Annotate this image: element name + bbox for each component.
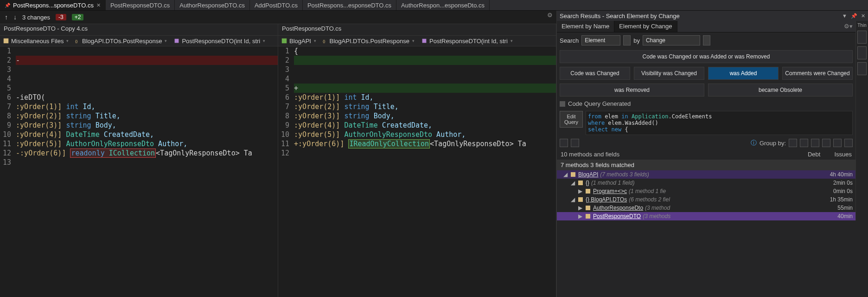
close-icon[interactable]: ✕ — [861, 13, 865, 19]
tree-row[interactable]: ▶Program+<>c (1 method 1 fie0min 0s — [557, 187, 855, 195]
crumb-project[interactable]: Miscellaneous Files▾ — [0, 38, 72, 45]
search-color[interactable] — [623, 35, 631, 45]
svg-rect-6 — [571, 172, 575, 177]
crumb-namespace[interactable]: {}BlogAPI.DTOs.PostResponse▾ — [72, 38, 171, 45]
filter-button[interactable]: was Removed — [560, 84, 704, 97]
group-opt-3[interactable] — [811, 139, 819, 147]
crumb-project[interactable]: BlogAPI▾ — [278, 38, 320, 45]
change-bar: ↑ ↓ 3 changes -3 +2 ⚙ — [0, 11, 556, 24]
svg-text:{}: {} — [75, 39, 78, 43]
folder-icon[interactable] — [833, 139, 842, 147]
count-row: 10 methods and fields DebtIssues — [557, 149, 855, 160]
right-breadcrumb: BlogAPI▾ {}BlogAPI.DTOs.PostResponse▾ Po… — [278, 35, 556, 46]
main: ↑ ↓ 3 changes -3 +2 ⚙ PostResponseDTO - … — [0, 11, 868, 297]
tab-by-name[interactable]: Element by Name — [557, 21, 614, 32]
panel-titlebar: Search Results - Search Element by Chang… — [557, 11, 868, 21]
filter-button[interactable]: became Obsolete — [708, 84, 853, 97]
tree-row[interactable]: ▶AuthorResponseDto (3 method55min — [557, 204, 855, 212]
svg-rect-0 — [4, 39, 9, 44]
svg-rect-10 — [586, 206, 590, 210]
document-tab[interactable]: AuthorResponseDTO.cs — [175, 0, 250, 10]
search-results-panel: Search Results - Search Element by Chang… — [557, 11, 868, 297]
svg-rect-8 — [586, 189, 590, 194]
pin-icon[interactable]: 📌 — [851, 13, 857, 19]
file-icon[interactable] — [844, 139, 853, 147]
gear-icon[interactable]: ⚙▾ — [841, 21, 855, 32]
edit-query-button[interactable]: Edit Query — [560, 111, 583, 128]
document-tab[interactable]: AuthorRespon...esponseDto.cs — [396, 0, 490, 10]
crumb-member[interactable]: PostResponseDTO(int Id, stri▾ — [171, 38, 269, 45]
svg-rect-7 — [578, 181, 583, 185]
document-tab[interactable]: PostRespons...esponseDTO.cs — [303, 0, 396, 10]
group-opt-1[interactable] — [789, 139, 797, 147]
right-code-lines: { + :yOrder(1)] int Id, :yOrder(2)] stri… — [294, 46, 556, 297]
tree-row[interactable]: ▶PostResponseDTO (3 methods40min — [557, 212, 855, 220]
by-color[interactable] — [703, 35, 710, 45]
gear-icon[interactable]: ⚙ — [547, 12, 553, 19]
filter-button[interactable]: was Added — [708, 67, 779, 80]
group-opt-2[interactable] — [800, 139, 808, 147]
crumb-member[interactable]: PostResponseDTO(int Id, stri▾ — [418, 38, 517, 45]
info-icon[interactable]: ⓘ — [751, 139, 757, 147]
left-breadcrumb: Miscellaneous Files▾ {}BlogAPI.DTOs.Post… — [0, 35, 278, 46]
thin-btn-3[interactable] — [857, 62, 867, 75]
code-query-body: Edit Query from elem in Application.Code… — [557, 109, 855, 137]
change-count: 3 changes — [22, 14, 50, 21]
right-gutter: 123456789101112 — [278, 46, 294, 297]
tree-row[interactable]: ◢BlogAPI (7 methods 3 fields)4h 40min — [557, 170, 855, 179]
filter-button[interactable]: Code was Changed — [560, 67, 630, 80]
document-tab[interactable]: PostResponseDTO.cs — [106, 0, 175, 10]
close-icon[interactable]: ✕ — [96, 2, 101, 8]
pin-icon[interactable]: 📌 — [5, 3, 10, 8]
svg-rect-9 — [578, 197, 583, 202]
svg-rect-11 — [586, 214, 590, 219]
by-input[interactable] — [643, 35, 700, 45]
document-tab[interactable]: AddPostDTO.cs — [250, 0, 303, 10]
expand-all-icon[interactable] — [560, 139, 568, 147]
tree-header: 7 methods 3 fields matched — [557, 160, 855, 170]
document-tab[interactable]: 📌PostRespons...sponseDTO.cs✕ — [0, 0, 106, 10]
collapse-all-icon[interactable] — [571, 139, 579, 147]
filter-button[interactable]: Code was Changed or was Added or was Rem… — [560, 50, 853, 63]
left-code-lines: - -ieDTO( :yOrder(1)] int Id, :yOrder(2)… — [16, 46, 278, 297]
search-label: Search — [560, 37, 579, 44]
filter-button[interactable]: Comments were Changed — [782, 67, 853, 80]
left-pane: PostResponseDTO - Copy 4.cs Miscellaneou… — [0, 24, 278, 297]
code-query-code[interactable]: from elem in Application.CodeElements wh… — [586, 111, 853, 135]
right-code[interactable]: 123456789101112 { + :yOrder(1)] int Id, … — [278, 46, 556, 297]
tab-by-change[interactable]: Element by Change — [614, 21, 677, 32]
right-title: PostResponseDTO.cs — [278, 24, 556, 35]
added-badge: +2 — [72, 14, 84, 20]
dropdown-icon[interactable]: ▼ — [842, 13, 847, 19]
left-title: PostResponseDTO - Copy 4.cs — [0, 24, 278, 35]
next-change-icon[interactable]: ↓ — [13, 13, 17, 21]
prev-change-icon[interactable]: ↑ — [5, 13, 8, 21]
group-opt-4[interactable] — [822, 139, 830, 147]
svg-rect-2 — [175, 39, 179, 43]
search-input[interactable] — [581, 35, 620, 45]
group-toolbar: ⓘ Group by: — [557, 137, 855, 149]
by-label: by — [633, 37, 640, 44]
left-code[interactable]: 12345678910111213 - -ieDTO( :yOrder(1)] … — [0, 46, 278, 297]
tree-row[interactable]: ◢{} BlogAPI.DTOs (6 methods 2 fiel1h 35m… — [557, 195, 855, 204]
thin-btn-1[interactable] — [857, 31, 867, 44]
tree-row[interactable]: ◢{} (1 method 1 field)2min 0s — [557, 179, 855, 187]
filter-button[interactable]: Visibility was Changed — [634, 67, 704, 80]
mode-tabs: Element by Name Element by Change ⚙▾ — [557, 21, 855, 32]
thin-sidebar: Thin — [855, 21, 868, 220]
filter-buttons: Code was Changed or was Added or was Rem… — [557, 48, 855, 98]
code-query-header: Code Query Generated — [557, 98, 855, 109]
collapse-icon[interactable] — [560, 101, 565, 107]
thin-btn-2[interactable] — [857, 46, 867, 59]
crumb-namespace[interactable]: {}BlogAPI.DTOs.PostResponse▾ — [320, 38, 418, 45]
right-pane: PostResponseDTO.cs BlogAPI▾ {}BlogAPI.DT… — [278, 24, 556, 297]
svg-rect-3 — [282, 39, 287, 44]
svg-text:{}: {} — [323, 39, 326, 43]
removed-badge: -3 — [56, 14, 66, 20]
left-gutter: 12345678910111213 — [0, 46, 16, 297]
result-tree[interactable]: ◢BlogAPI (7 methods 3 fields)4h 40min◢{}… — [557, 170, 855, 220]
diff-editor: ↑ ↓ 3 changes -3 +2 ⚙ PostResponseDTO - … — [0, 11, 557, 297]
document-tabs: 📌PostRespons...sponseDTO.cs✕PostResponse… — [0, 0, 868, 11]
panel-title: Search Results - Search Element by Chang… — [560, 13, 680, 19]
diff-panes: PostResponseDTO - Copy 4.cs Miscellaneou… — [0, 24, 556, 297]
